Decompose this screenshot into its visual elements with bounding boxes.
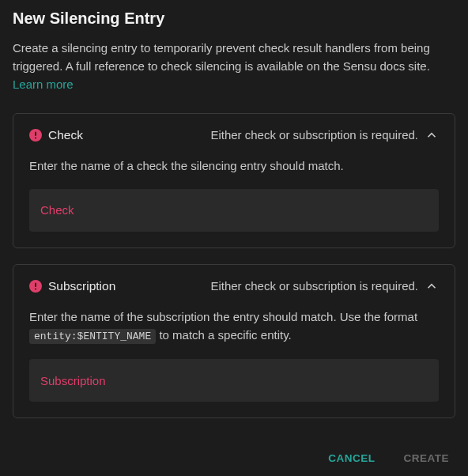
subscription-hint-pre: Enter the name of the subscription the e… — [29, 310, 417, 323]
subscription-hint: Enter the name of the subscription the e… — [29, 308, 439, 345]
error-icon — [29, 280, 42, 293]
chevron-up-icon[interactable] — [425, 279, 439, 293]
check-panel: Check Either check or subscription is re… — [13, 113, 455, 248]
subscription-required-text: Either check or subscription is required… — [210, 279, 418, 293]
subscription-input[interactable]: Subscription — [29, 359, 439, 402]
check-input-label: Check — [40, 203, 74, 217]
check-panel-header[interactable]: Check Either check or subscription is re… — [29, 128, 439, 142]
create-button[interactable]: CREATE — [398, 446, 454, 470]
subscription-input-label: Subscription — [40, 374, 106, 387]
dialog-description: Create a silencing entry to temporarily … — [13, 39, 455, 76]
entity-format-code: entity:$ENTITY_NAME — [29, 329, 156, 344]
dialog-body: New Silencing Entry Create a silencing e… — [0, 0, 468, 440]
svg-rect-2 — [35, 137, 36, 138]
check-panel-title: Check — [48, 128, 83, 142]
check-input[interactable]: Check — [29, 189, 439, 232]
svg-rect-5 — [35, 288, 36, 289]
check-required-text: Either check or subscription is required… — [210, 128, 418, 142]
chevron-up-icon[interactable] — [425, 128, 439, 142]
subscription-hint-post: to match a specific entity. — [156, 328, 291, 342]
dialog-footer: CANCEL CREATE — [0, 440, 468, 476]
subscription-panel-header[interactable]: Subscription Either check or subscriptio… — [29, 279, 439, 293]
subscription-panel: Subscription Either check or subscriptio… — [13, 264, 455, 418]
dialog-title: New Silencing Entry — [13, 9, 455, 28]
svg-rect-4 — [35, 282, 36, 287]
error-icon — [29, 129, 42, 142]
learn-more-link[interactable]: Learn more — [13, 77, 74, 91]
subscription-panel-title: Subscription — [48, 279, 115, 293]
svg-rect-1 — [35, 131, 36, 136]
cancel-button[interactable]: CANCEL — [323, 446, 379, 470]
check-hint: Enter the name of a check the silencing … — [29, 157, 439, 175]
